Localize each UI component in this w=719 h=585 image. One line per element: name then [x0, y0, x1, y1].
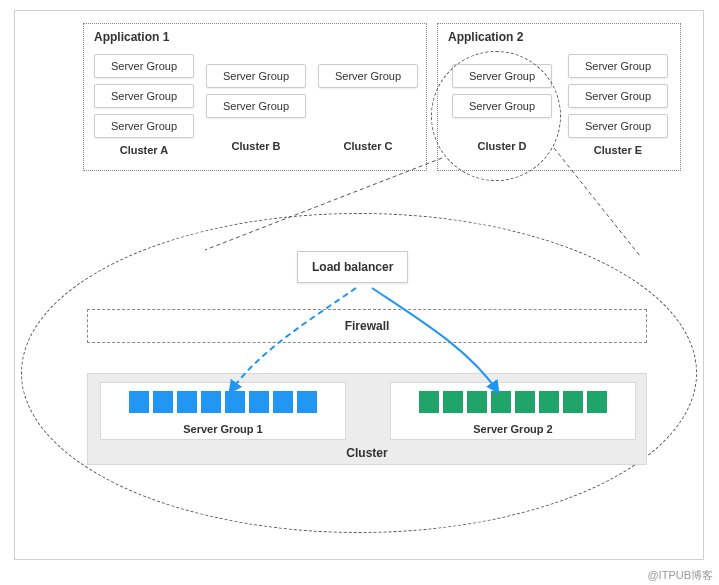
server-tile: [419, 391, 439, 413]
server-group-box: Server Group: [94, 84, 194, 108]
server-tile: [201, 391, 221, 413]
firewall-box: Firewall: [87, 309, 647, 343]
highlight-circle: [431, 51, 561, 181]
server-group-1-tiles: [101, 391, 345, 413]
server-tile: [467, 391, 487, 413]
server-tile: [129, 391, 149, 413]
server-group-box: Server Group: [206, 94, 306, 118]
application-1-box: Application 1 Server Group Server Group …: [83, 23, 427, 171]
server-tile: [539, 391, 559, 413]
server-group-1-label: Server Group 1: [101, 423, 345, 435]
server-tile: [515, 391, 535, 413]
server-group-2-tiles: [391, 391, 635, 413]
server-tile: [273, 391, 293, 413]
load-balancer-label: Load balancer: [312, 260, 393, 274]
server-group-box: Server Group: [568, 54, 668, 78]
server-tile: [563, 391, 583, 413]
server-group-box: Server Group: [94, 54, 194, 78]
load-balancer-box: Load balancer: [297, 251, 408, 283]
cluster-b: Server Group Server Group Cluster B: [206, 64, 306, 152]
server-group-1-box: Server Group 1: [100, 382, 346, 440]
server-tile: [443, 391, 463, 413]
server-group-box: Server Group: [568, 84, 668, 108]
cluster-a-label: Cluster A: [94, 144, 194, 156]
cluster-detail-box: Cluster Server Group 1: [87, 373, 647, 465]
diagram-frame: Application 1 Server Group Server Group …: [14, 10, 704, 560]
server-group-2-box: Server Group 2: [390, 382, 636, 440]
server-tile: [225, 391, 245, 413]
firewall-label: Firewall: [345, 319, 390, 333]
server-tile: [297, 391, 317, 413]
server-group-2-label: Server Group 2: [391, 423, 635, 435]
server-tile: [587, 391, 607, 413]
server-group-box: Server Group: [206, 64, 306, 88]
server-tile: [177, 391, 197, 413]
server-tile: [153, 391, 173, 413]
cluster-b-label: Cluster B: [206, 140, 306, 152]
watermark: @ITPUB博客: [647, 568, 713, 583]
cluster-c-label: Cluster C: [318, 140, 418, 152]
application-2-title: Application 2: [448, 30, 523, 44]
cluster-detail-label: Cluster: [88, 446, 646, 460]
cluster-e: Server Group Server Group Server Group C…: [568, 54, 668, 156]
cluster-a: Server Group Server Group Server Group C…: [94, 54, 194, 156]
server-group-box: Server Group: [318, 64, 418, 88]
server-tile: [491, 391, 511, 413]
server-group-box: Server Group: [94, 114, 194, 138]
cluster-c: Server Group Cluster C: [318, 64, 418, 152]
server-group-box: Server Group: [568, 114, 668, 138]
cluster-e-label: Cluster E: [568, 144, 668, 156]
server-tile: [249, 391, 269, 413]
application-1-title: Application 1: [94, 30, 169, 44]
